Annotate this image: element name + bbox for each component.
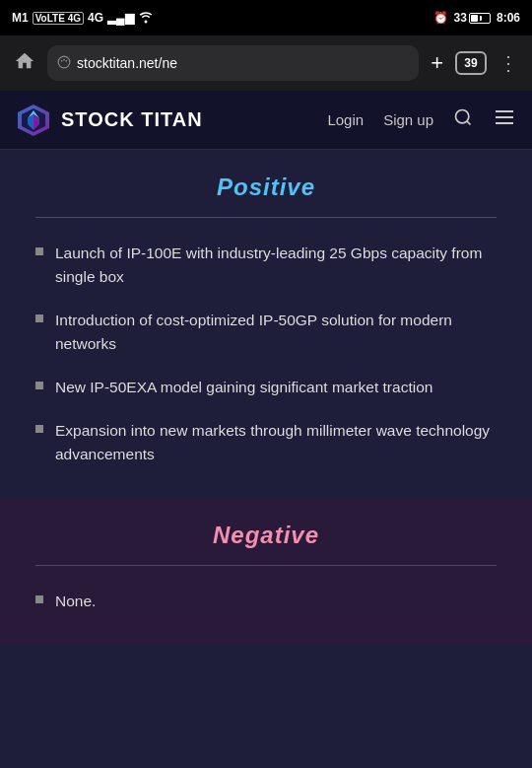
- list-item: Introduction of cost-optimized IP-50GP s…: [35, 309, 497, 356]
- signal-icon: ▂▄▆: [107, 11, 134, 25]
- list-item: Expansion into new markets through milli…: [35, 419, 497, 466]
- bullet-square-icon: [35, 314, 43, 322]
- wifi-icon: [138, 10, 154, 27]
- browser-bar: stocktitan.net/ne + 39 ⋮: [0, 35, 532, 91]
- logo-icon: [16, 103, 51, 138]
- bullet-square-icon: [35, 382, 43, 389]
- negative-bullet-list: None.: [35, 590, 497, 613]
- status-left: M1 VoLTE 4G 4G ▂▄▆: [12, 10, 154, 27]
- positive-bullet-list: Launch of IP-100E with industry-leading …: [35, 242, 497, 466]
- hamburger-menu-icon[interactable]: [493, 105, 516, 135]
- browser-menu-button[interactable]: ⋮: [495, 47, 522, 79]
- list-item: Launch of IP-100E with industry-leading …: [35, 242, 497, 289]
- tabs-count-button[interactable]: 39: [455, 51, 487, 75]
- svg-point-3: [65, 59, 67, 61]
- list-item: New IP-50EXA model gaining significant m…: [35, 376, 497, 399]
- positive-divider: [35, 217, 497, 218]
- nav-links: Login Sign up: [327, 105, 516, 135]
- alarm-icon: ⏰: [433, 11, 448, 25]
- home-button[interactable]: [10, 46, 39, 81]
- battery-tip: [480, 16, 482, 21]
- negative-divider: [35, 565, 497, 566]
- site-title: STOCK TITAN: [61, 108, 203, 131]
- url-text: stocktitan.net/ne: [77, 55, 409, 71]
- battery-indicator: 33: [454, 11, 491, 25]
- battery-fill: [471, 15, 478, 22]
- volte-label: VoLTE 4G: [33, 12, 84, 25]
- battery-box: [469, 13, 491, 24]
- login-link[interactable]: Login: [327, 111, 364, 128]
- battery-level: 33: [454, 11, 467, 25]
- bullet-text: None.: [55, 590, 96, 613]
- status-right: ⏰ 33 8:06: [433, 11, 520, 25]
- bullet-square-icon: [35, 425, 43, 433]
- signup-link[interactable]: Sign up: [383, 111, 433, 128]
- search-icon[interactable]: [453, 107, 473, 132]
- nav-bar: STOCK TITAN Login Sign up: [0, 91, 532, 150]
- negative-title: Negative: [35, 522, 497, 549]
- nav-logo: STOCK TITAN: [16, 103, 327, 138]
- carrier-label: M1: [12, 11, 29, 25]
- list-item: None.: [35, 590, 497, 613]
- svg-point-1: [61, 59, 63, 61]
- positive-title: Positive: [35, 174, 497, 201]
- negative-section: Negative None.: [0, 498, 532, 645]
- bullet-text: New IP-50EXA model gaining significant m…: [55, 376, 432, 399]
- new-tab-button[interactable]: +: [427, 46, 447, 80]
- status-bar: M1 VoLTE 4G 4G ▂▄▆ ⏰ 33 8:06: [0, 0, 532, 35]
- main-content: Positive Launch of IP-100E with industry…: [0, 150, 532, 768]
- svg-point-2: [63, 58, 65, 60]
- bullet-square-icon: [35, 247, 43, 255]
- bullet-text: Introduction of cost-optimized IP-50GP s…: [55, 309, 497, 356]
- time-label: 8:06: [497, 11, 520, 25]
- security-icon: [57, 55, 71, 72]
- url-bar[interactable]: stocktitan.net/ne: [47, 45, 419, 81]
- svg-point-6: [456, 110, 469, 123]
- bullet-text: Launch of IP-100E with industry-leading …: [55, 242, 497, 289]
- bullet-square-icon: [35, 595, 43, 603]
- positive-section: Positive Launch of IP-100E with industry…: [0, 150, 532, 498]
- bullet-text: Expansion into new markets through milli…: [55, 419, 497, 466]
- network-4g: 4G: [88, 11, 103, 25]
- svg-point-0: [58, 56, 70, 68]
- svg-line-7: [467, 121, 471, 125]
